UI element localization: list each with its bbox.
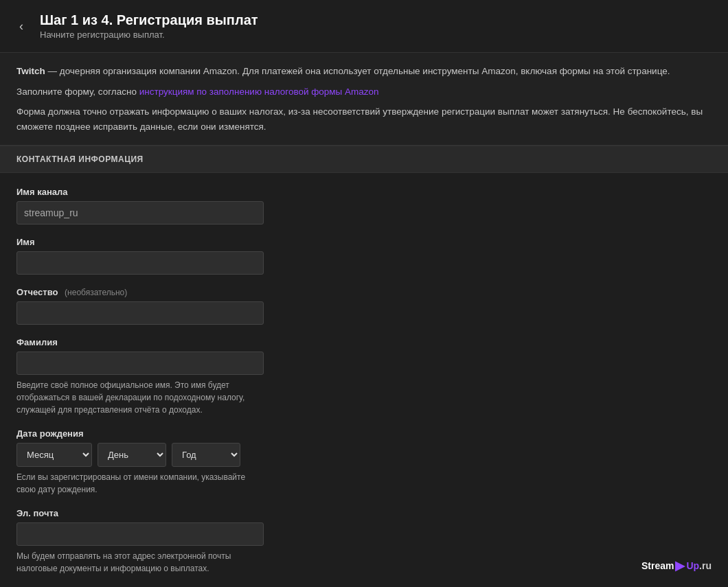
email-group: Эл. почта Мы будем отправлять на этот ад… [16,508,712,575]
brand-stream: Stream [641,560,674,571]
name-helper-text: Введите своё полное официальное имя. Это… [16,379,264,416]
tax-form-link[interactable]: инструкциям по заполнению налоговой форм… [139,87,379,97]
first-name-group: Имя [16,237,712,275]
page-title: Шаг 1 из 4. Регистрация выплат [40,12,258,28]
birthdate-group: Дата рождения Месяц 1234 5678 9101112 Де… [16,428,712,496]
middle-name-label: Отчество (необязательно) [16,287,712,297]
first-name-label: Имя [16,237,712,247]
page-subtitle: Начните регистрацию выплат. [40,30,258,40]
info-line2: Заполните форму, согласно инструкциям по… [16,84,712,100]
first-name-input[interactable] [16,251,264,275]
info-line2-prefix: Заполните форму, согласно [16,87,139,97]
twitch-label: Twitch [16,66,45,76]
channel-name-input[interactable] [16,201,264,225]
brand-ru: .ru [699,560,712,571]
info-line1: Twitch — дочерняя организация компании A… [16,64,712,79]
birthday-row: Месяц 1234 5678 9101112 День 12345 67891… [16,443,712,467]
contact-info-section-header: КОНТАКТНАЯ ИНФОРМАЦИЯ [0,146,728,173]
day-select[interactable]: День 12345 678910 1112131415 1617181920 … [98,443,166,467]
last-name-input[interactable] [16,352,264,375]
brand-arrow-icon: ▶ [675,558,685,573]
email-input[interactable] [16,522,264,546]
birthdate-label: Дата рождения [16,428,712,439]
info-block: Twitch — дочерняя организация компании A… [0,53,728,146]
section-title: КОНТАКТНАЯ ИНФОРМАЦИЯ [16,154,712,164]
info-line3: Форма должна точно отражать информацию о… [16,104,712,134]
middle-name-input[interactable] [16,301,264,325]
page-header: ‹ Шаг 1 из 4. Регистрация выплат Начните… [0,0,728,53]
channel-name-label: Имя канала [16,187,712,197]
middle-name-group: Отчество (необязательно) [16,287,712,325]
brand-up: Up [686,560,699,571]
back-button[interactable]: ‹ [14,16,29,36]
channel-name-group: Имя канала [16,187,712,225]
form-content: Имя канала Имя Отчество (необязательно) … [0,173,728,587]
year-select[interactable]: Год 2005200420032002 2001200019991998 19… [172,443,240,467]
email-helper-text: Мы будем отправлять на этот адрес электр… [16,550,264,575]
birthdate-helper-text: Если вы зарегистрированы от имени компан… [16,471,264,496]
month-select[interactable]: Месяц 1234 5678 9101112 [16,443,92,467]
last-name-group: Фамилия Введите своё полное официальное … [16,337,712,416]
info-line1-text: — дочерняя организация компании Amazon. … [45,66,670,76]
middle-name-optional: (необязательно) [65,288,127,297]
footer-branding: Stream ▶ Up .ru [641,558,712,573]
email-label: Эл. почта [16,508,712,518]
last-name-label: Фамилия [16,337,712,347]
